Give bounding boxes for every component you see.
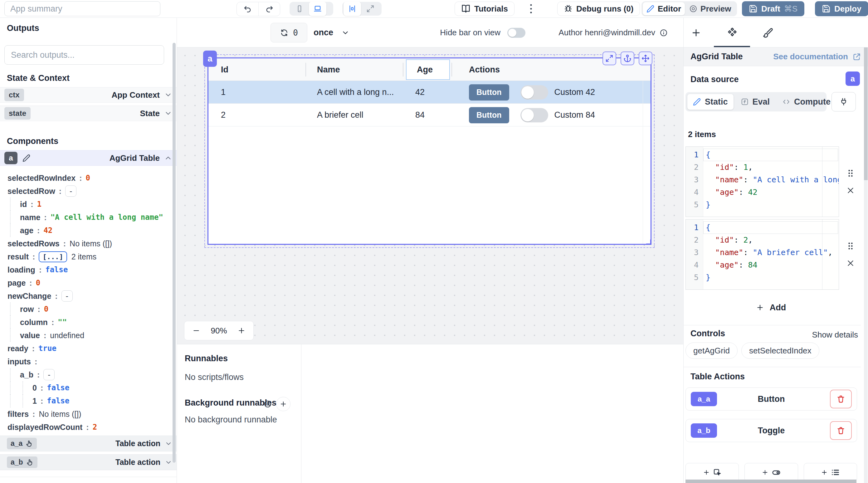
selected-column-header-box[interactable]: Age: [406, 59, 450, 80]
output-kv-row[interactable]: ready : true: [0, 342, 171, 355]
redo-button[interactable]: [258, 2, 280, 16]
add-background-runnable-button[interactable]: [276, 397, 290, 411]
delete-item-icon[interactable]: [846, 259, 855, 267]
refresh-mode-dropdown[interactable]: once: [314, 18, 349, 48]
eval-mode-tab[interactable]: Eval: [735, 94, 776, 110]
add-toggle-action-button[interactable]: [744, 463, 798, 482]
row-action-button[interactable]: Button: [469, 84, 509, 101]
output-kv-row[interactable]: selectedRow : -: [0, 184, 171, 198]
show-details-link[interactable]: Show details: [812, 330, 858, 340]
see-documentation-link[interactable]: See documentation: [773, 52, 861, 61]
output-kv-row[interactable]: newChange : -: [0, 289, 171, 303]
collapse-toggle-button[interactable]: -: [65, 186, 76, 197]
table-action-card[interactable]: a_a Button: [685, 388, 857, 410]
component-move-button[interactable]: [639, 52, 652, 65]
row-action-toggle[interactable]: [520, 108, 548, 122]
search-outputs-input[interactable]: [4, 45, 164, 65]
output-kv-row[interactable]: row : 0: [0, 303, 171, 316]
sidebar-scrollbar[interactable]: [173, 43, 176, 463]
add-item-button[interactable]: Add: [684, 298, 858, 317]
chevron-down-icon[interactable]: [165, 440, 172, 447]
ctx-output-row[interactable]: ctx App Context: [0, 87, 177, 103]
output-kv-row[interactable]: 1 : false: [0, 394, 171, 407]
collapse-toggle-button[interactable]: -: [43, 369, 55, 380]
static-mode-tab[interactable]: Static: [687, 94, 734, 110]
column-separator[interactable]: [306, 63, 306, 77]
refresh-runnables-button[interactable]: 0: [271, 23, 307, 42]
json-item-editor[interactable]: 12345 { "id": 1, "name": "A cell with a …: [685, 146, 839, 217]
column-separator[interactable]: [403, 63, 403, 77]
drag-handle-icon[interactable]: [846, 242, 855, 251]
hide-bar-toggle[interactable]: [507, 28, 525, 38]
chevron-down-icon[interactable]: [164, 109, 172, 117]
output-kv-row[interactable]: loading : false: [0, 263, 171, 276]
expand-canvas-button[interactable]: [362, 3, 379, 15]
preview-mode-tab[interactable]: Preview: [685, 3, 735, 15]
drag-handle-icon[interactable]: [846, 169, 855, 178]
info-icon[interactable]: [659, 29, 668, 37]
style-tab[interactable]: [755, 18, 780, 48]
result-expand-button[interactable]: [...]: [39, 251, 67, 262]
debug-runs-button[interactable]: Debug runs (0): [557, 2, 640, 16]
center-align-button[interactable]: [343, 2, 361, 16]
delete-action-button[interactable]: [830, 390, 852, 408]
tutorials-button[interactable]: Tutorials: [455, 2, 515, 16]
output-kv-row[interactable]: displayedRowCount : 2: [0, 421, 171, 434]
json-item-editor[interactable]: 12345 { "id": 2, "name": "A briefer cell…: [685, 219, 839, 290]
app-summary-input[interactable]: [4, 1, 160, 16]
column-header-actions[interactable]: Actions: [469, 58, 500, 81]
horizontal-scrollbar[interactable]: [685, 480, 857, 483]
chevron-down-icon[interactable]: [164, 91, 172, 99]
table-action-output-row[interactable]: a_a Table action: [0, 435, 177, 452]
aggrid-table-component[interactable]: a Id Name Age: [208, 57, 651, 245]
editor-code[interactable]: { "id": 2, "name": "A briefer cell", "ag…: [703, 220, 839, 289]
state-output-row[interactable]: state State: [0, 106, 177, 121]
zoom-in-button[interactable]: [235, 324, 248, 337]
edit-component-id-button[interactable]: [23, 154, 31, 162]
output-kv-row[interactable]: id : 1: [0, 198, 171, 211]
insert-component-tab[interactable]: [684, 18, 709, 48]
table-row[interactable]: 2 A briefer cell 84 Button Custom 84: [209, 104, 651, 126]
output-kv-row[interactable]: selectedRows : No items ([]): [0, 237, 171, 250]
column-separator[interactable]: [452, 63, 452, 77]
output-kv-row[interactable]: inputs :: [0, 355, 171, 368]
add-button-action-button[interactable]: [685, 463, 739, 482]
component-anchor-button[interactable]: [621, 52, 634, 65]
component-output-row[interactable]: a AgGrid Table: [0, 150, 177, 166]
table-row[interactable]: 1 A cell with a long n... 42 Button Cust…: [209, 81, 651, 104]
delete-item-icon[interactable]: [846, 187, 855, 195]
row-action-button[interactable]: Button: [469, 107, 509, 123]
output-kv-row[interactable]: result : [...]2 items: [0, 250, 171, 263]
output-kv-row[interactable]: name : "A cell with a long name": [0, 211, 171, 224]
component-resize-handle[interactable]: [646, 239, 651, 245]
zoom-out-button[interactable]: [190, 324, 203, 337]
chevron-up-icon[interactable]: [164, 154, 172, 162]
info-icon[interactable]: [264, 400, 272, 408]
output-kv-row[interactable]: 0 : false: [0, 381, 171, 394]
output-kv-row[interactable]: a_b : -: [0, 368, 171, 381]
collapse-toggle-button[interactable]: -: [61, 290, 73, 302]
output-kv-row[interactable]: age : 42: [0, 224, 171, 237]
column-header-name[interactable]: Name: [317, 58, 340, 81]
output-kv-row[interactable]: filters : No items ([]): [0, 407, 171, 421]
compute-mode-tab[interactable]: Compute: [777, 94, 836, 110]
output-kv-row[interactable]: value : undefined: [0, 329, 171, 342]
vertical-scrollbar-thumb[interactable]: [864, 48, 868, 180]
more-menu-button[interactable]: [525, 2, 537, 15]
component-settings-tab[interactable]: [720, 18, 745, 48]
connect-data-source-button[interactable]: [832, 92, 856, 111]
editor-code[interactable]: { "id": 1, "name": "A cell with a long "…: [703, 147, 839, 217]
mobile-view-button[interactable]: [291, 3, 308, 15]
table-action-output-row[interactable]: a_b Table action: [0, 454, 177, 470]
delete-action-button[interactable]: [830, 421, 852, 440]
draft-button[interactable]: Draft ⌘S: [742, 1, 804, 16]
chevron-down-icon[interactable]: [165, 459, 172, 466]
output-kv-row[interactable]: column : "": [0, 316, 171, 329]
desktop-view-button[interactable]: [309, 2, 327, 16]
undo-button[interactable]: [237, 2, 258, 16]
component-expand-button[interactable]: [602, 52, 616, 65]
table-action-card[interactable]: a_b Toggle: [685, 419, 857, 442]
output-kv-row[interactable]: selectedRowIndex : 0: [0, 171, 171, 184]
output-kv-row[interactable]: page : 0: [0, 276, 171, 289]
column-header-id[interactable]: Id: [221, 58, 228, 81]
